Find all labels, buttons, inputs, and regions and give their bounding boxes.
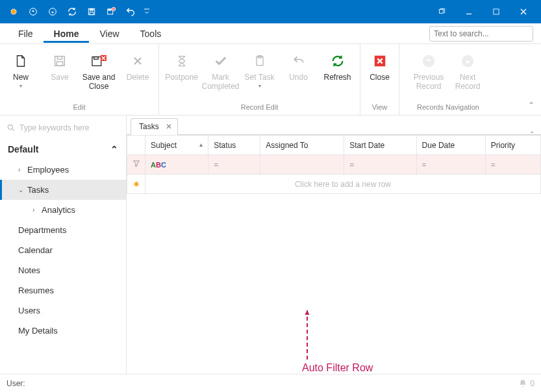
- grid-header-row: Subject▴ Status Assigned To Start Date D…: [127, 136, 541, 155]
- sidebar-item-calendar[interactable]: Calendar: [0, 240, 126, 260]
- group-label-record-edit: Record Edit: [241, 102, 278, 114]
- menu-file[interactable]: File: [8, 25, 44, 43]
- filter-due-date[interactable]: =: [416, 155, 485, 175]
- tab-tasks[interactable]: Tasks ✕: [131, 118, 178, 135]
- new-item-row[interactable]: ✸ Click here to add a new row: [127, 175, 541, 194]
- window-minimize-icon[interactable]: [455, 2, 483, 21]
- sidebar-item-resumes[interactable]: Resumes: [0, 280, 126, 300]
- new-button[interactable]: New ▾: [1, 49, 40, 92]
- nav-group-label: Default: [8, 144, 38, 154]
- filter-subject[interactable]: ABC: [145, 155, 208, 175]
- col-status[interactable]: Status: [208, 136, 260, 155]
- svg-rect-9: [440, 10, 444, 14]
- menu-view[interactable]: View: [89, 25, 129, 43]
- sidebar-item-analytics[interactable]: ›Analytics: [0, 200, 126, 220]
- postpone-button[interactable]: Postpone: [162, 49, 201, 84]
- new-row-icon: ✸: [127, 175, 145, 194]
- nav-search-placeholder: Type keywords here: [19, 123, 89, 132]
- chevron-right-icon: ›: [18, 166, 26, 173]
- filter-assigned-to[interactable]: [260, 155, 344, 175]
- qat-down-icon[interactable]: [43, 2, 62, 21]
- menu-tools[interactable]: Tools: [130, 25, 172, 43]
- svg-rect-10: [494, 9, 499, 14]
- set-task-button[interactable]: Set Task ▾: [240, 49, 279, 92]
- sidebar-item-my-details[interactable]: My Details: [0, 321, 126, 341]
- auto-filter-row[interactable]: ABC = = = =: [127, 155, 541, 175]
- mark-completed-button[interactable]: Mark Completed: [201, 49, 240, 94]
- delete-label: Delete: [127, 73, 149, 82]
- group-label-view: View: [372, 102, 388, 114]
- sidebar-item-tasks[interactable]: ⌄Tasks: [0, 180, 126, 200]
- annotation-line: [307, 310, 308, 360]
- sidebar-item-notes[interactable]: Notes: [0, 260, 126, 280]
- status-user-label: User:: [6, 379, 25, 388]
- tab-label: Tasks: [139, 122, 159, 131]
- sidebar-item-departments[interactable]: Departments: [0, 220, 126, 240]
- col-priority[interactable]: Priority: [485, 136, 540, 155]
- qat-dropdown-icon[interactable]: [140, 2, 153, 21]
- close-icon: [370, 52, 390, 70]
- next-record-button[interactable]: Next Record: [448, 49, 487, 94]
- titlebar: [0, 0, 541, 23]
- window-close-icon[interactable]: [510, 2, 537, 21]
- nav-search[interactable]: Type keywords here: [0, 121, 126, 139]
- ribbon: New ▾ Save Save and Close Delete Edit Po…: [0, 44, 541, 116]
- save-close-icon: [88, 52, 109, 70]
- qat-up-icon[interactable]: [23, 2, 43, 21]
- filter-priority[interactable]: =: [485, 155, 540, 175]
- filter-start-date[interactable]: =: [344, 155, 416, 175]
- sidebar-item-employees[interactable]: ›Employees: [0, 160, 126, 180]
- nav-group-default[interactable]: Default ⌃: [0, 139, 126, 160]
- qat-save-icon[interactable]: [82, 2, 101, 21]
- save-label: Save: [51, 73, 68, 82]
- refresh-button[interactable]: Refresh: [318, 49, 357, 84]
- sidebar-item-users[interactable]: Users: [0, 300, 126, 321]
- new-row-prompt[interactable]: Click here to add a new row: [145, 175, 541, 194]
- new-file-icon: [10, 52, 31, 70]
- search-input[interactable]: [434, 29, 531, 38]
- new-label: New: [13, 73, 29, 82]
- col-subject[interactable]: Subject▴: [145, 136, 208, 155]
- search-box[interactable]: [429, 26, 533, 42]
- set-task-label: Set Task: [245, 73, 275, 82]
- refresh-icon: [327, 52, 348, 70]
- delete-icon: [127, 52, 148, 70]
- col-assigned-to[interactable]: Assigned To: [260, 136, 344, 155]
- chevron-down-icon: ▾: [258, 83, 261, 90]
- window-restore-icon[interactable]: [428, 2, 455, 21]
- save-close-button[interactable]: Save and Close: [79, 49, 118, 94]
- notifications-count: 0: [530, 379, 535, 388]
- arrow-down-circle-icon: [457, 52, 478, 70]
- chevron-down-icon: ⌄: [18, 186, 26, 193]
- check-icon: [210, 52, 231, 70]
- tab-dropdown-icon[interactable]: ⌄: [523, 127, 541, 134]
- qat-save-close-icon[interactable]: [101, 2, 121, 21]
- filter-status[interactable]: =: [208, 155, 260, 175]
- notifications-indicator[interactable]: 0: [518, 379, 535, 388]
- tab-close-icon[interactable]: ✕: [166, 122, 172, 131]
- chevron-right-icon: ›: [32, 206, 40, 214]
- undo-icon: [288, 52, 309, 70]
- save-button[interactable]: Save: [40, 49, 79, 84]
- col-start-date[interactable]: Start Date: [344, 136, 416, 155]
- group-label-records-nav: Records Navigation: [417, 102, 479, 114]
- close-button[interactable]: Close: [360, 49, 399, 84]
- col-due-date[interactable]: Due Date: [416, 136, 485, 155]
- svg-rect-16: [94, 57, 98, 60]
- app-icon: [4, 2, 23, 21]
- annotation-label: Auto Filter Row: [302, 362, 373, 374]
- svg-point-23: [8, 125, 12, 129]
- window-maximize-icon[interactable]: [483, 2, 510, 21]
- delete-button[interactable]: Delete: [118, 49, 157, 84]
- qat-undo-icon[interactable]: [121, 2, 140, 21]
- undo-button[interactable]: Undo: [279, 49, 318, 84]
- prev-record-button[interactable]: Previous Record: [409, 49, 448, 94]
- search-icon: [6, 123, 16, 132]
- filter-icon[interactable]: [127, 155, 145, 175]
- menu-home[interactable]: Home: [44, 25, 90, 43]
- clipboard-icon: [249, 52, 270, 70]
- refresh-label: Refresh: [323, 73, 351, 82]
- quick-access-toolbar: [4, 2, 153, 21]
- ribbon-collapse-icon[interactable]: ⌃: [528, 101, 535, 110]
- qat-refresh-icon[interactable]: [62, 2, 82, 21]
